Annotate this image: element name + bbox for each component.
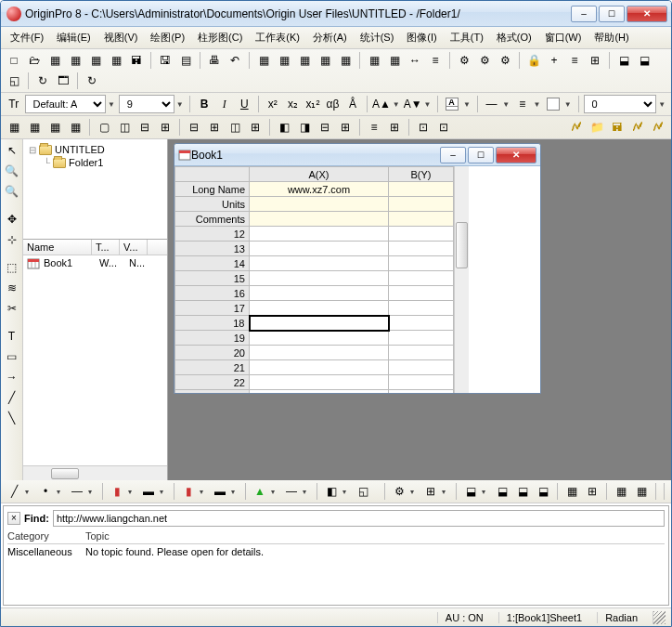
row-header[interactable]: Long Name (175, 182, 250, 197)
cell[interactable] (389, 271, 454, 286)
tool-button[interactable]: ✂ (3, 299, 21, 318)
layout-button[interactable]: ⊞ (246, 118, 265, 137)
layout-button[interactable]: ⊞ (156, 118, 174, 137)
dropdown-icon[interactable]: ▾ (342, 488, 352, 496)
tool-button[interactable]: ✥ (3, 210, 21, 229)
row-number[interactable]: 20 (175, 346, 250, 360)
font-select[interactable]: Default: A (25, 95, 106, 113)
dropdown-icon[interactable]: ▾ (57, 488, 66, 496)
plot-button[interactable]: ◧ (322, 482, 341, 501)
tool-button[interactable]: 🔍 (3, 162, 21, 180)
supsub-button[interactable]: x₁² (304, 95, 322, 113)
layout-button[interactable]: ◧ (275, 118, 293, 137)
plot-button[interactable]: • (36, 482, 55, 501)
plot-button[interactable]: ⬓ (534, 482, 552, 501)
dropdown-icon[interactable]: ▾ (88, 488, 97, 496)
toolbar-button[interactable]: ⬓ (635, 51, 653, 70)
dropdown-icon[interactable]: ▾ (303, 488, 312, 496)
row-number[interactable]: 18 (175, 316, 250, 331)
row-number[interactable]: 15 (175, 271, 250, 286)
plot-button[interactable]: ▮ (179, 482, 198, 501)
dropdown-icon[interactable]: ▾ (200, 488, 209, 496)
script-button[interactable]: 🗲 (567, 118, 586, 137)
layout-button[interactable]: ⊟ (316, 118, 334, 137)
greek-button[interactable]: αβ (324, 95, 342, 113)
tool-button[interactable]: ╱ (3, 388, 21, 407)
italic-button[interactable]: I (215, 95, 234, 113)
cell[interactable] (389, 375, 454, 390)
layout-button[interactable]: ≡ (365, 118, 383, 137)
row-number[interactable]: 22 (175, 375, 250, 390)
row-number[interactable]: 13 (175, 242, 250, 256)
find-close-button[interactable]: × (7, 512, 20, 525)
tool-button[interactable]: ≋ (3, 279, 21, 297)
plot-button[interactable]: ▦ (562, 482, 581, 501)
script-button[interactable]: 📁 (588, 118, 606, 137)
tree-root[interactable]: ⊟ UNTITLED (27, 143, 163, 156)
cell[interactable] (250, 346, 389, 360)
cell[interactable] (250, 227, 389, 242)
menu-item[interactable]: 格式(O) (491, 29, 537, 46)
menu-item[interactable]: 窗口(W) (539, 29, 588, 46)
superscript-button[interactable]: x² (264, 95, 282, 113)
toolbar-button[interactable]: ▦ (86, 51, 105, 70)
toolbar-button[interactable]: ◱ (5, 72, 23, 90)
menu-item[interactable]: 工作表(K) (250, 29, 305, 46)
cell[interactable] (389, 242, 454, 256)
plot-button[interactable]: — (282, 482, 301, 501)
book-close-button[interactable] (496, 147, 536, 163)
grid-scrollbar[interactable] (454, 166, 469, 393)
toolbar-button[interactable]: ⚙ (496, 51, 514, 70)
plot-button[interactable]: — (68, 482, 86, 501)
menu-item[interactable]: 统计(S) (355, 29, 400, 46)
book-minimize-button[interactable] (440, 147, 466, 163)
toolbar-button[interactable]: 🔒 (524, 51, 543, 70)
column-header[interactable]: A(X) (250, 167, 389, 182)
toolbar-button[interactable]: 🗔 (54, 72, 72, 90)
worksheet[interactable]: A(X)B(Y)Long Namewww.xz7.comUnitsComment… (174, 166, 540, 393)
plot-button[interactable]: ⚙ (390, 482, 408, 501)
tree-folder1[interactable]: └ Folder1 (42, 156, 163, 169)
layout-button[interactable]: ⊞ (385, 118, 404, 137)
toolbar-button[interactable]: ▦ (254, 51, 273, 70)
workbook-titlebar[interactable]: Book1 (174, 144, 540, 166)
dropdown-icon[interactable]: ▾ (271, 488, 280, 496)
cell[interactable] (389, 316, 454, 331)
cell[interactable] (389, 301, 454, 316)
toolbar-button[interactable]: + (545, 51, 563, 70)
dropdown-icon[interactable]: ▾ (25, 488, 34, 496)
maximize-button[interactable] (599, 6, 625, 22)
toolbar-button[interactable]: 🖶 (205, 51, 224, 70)
numeric-select[interactable]: 0 (584, 95, 657, 113)
tool-button[interactable]: 🔍 (3, 182, 21, 201)
data-grid[interactable]: A(X)B(Y)Long Namewww.xz7.comUnitsComment… (174, 166, 454, 393)
toolbar-button[interactable]: ▦ (365, 51, 383, 70)
list-body[interactable]: Book1 W... N... (23, 255, 167, 465)
toolbar-button[interactable]: ↔ (406, 51, 424, 70)
cell[interactable] (250, 271, 389, 286)
toolbar-button[interactable]: ▦ (45, 51, 64, 70)
cell[interactable] (389, 390, 454, 394)
layout-button[interactable]: ◫ (226, 118, 244, 137)
row-number[interactable]: 23 (175, 390, 250, 394)
menu-item[interactable]: 绘图(P) (145, 29, 190, 46)
toolbar-button[interactable]: ≡ (426, 51, 445, 70)
resize-grip-icon[interactable] (653, 611, 666, 624)
cell[interactable] (250, 256, 389, 271)
plot-button[interactable]: ⬓ (513, 482, 532, 501)
dropdown-icon[interactable]: ▾ (231, 488, 240, 496)
tool-button[interactable]: ╲ (3, 409, 21, 427)
cell[interactable] (389, 286, 454, 301)
subscript-button[interactable]: x₂ (284, 95, 303, 113)
find-result-row[interactable]: Miscellaneous No topic found. Please ope… (7, 544, 665, 559)
toolbar-button[interactable]: ⬓ (614, 51, 633, 70)
menu-item[interactable]: 工具(T) (445, 29, 489, 46)
plot-button[interactable]: ▬ (211, 482, 229, 501)
toolbar-button[interactable]: □ (5, 51, 23, 70)
tool-button[interactable]: ⊹ (3, 230, 21, 249)
layout-button[interactable]: ▦ (25, 118, 44, 137)
increase-font-button[interactable]: A▲ (372, 95, 391, 113)
list-header[interactable]: Name T... V... (23, 240, 167, 255)
row-number[interactable]: 17 (175, 301, 250, 316)
toolbar-button[interactable]: 🗁 (25, 51, 44, 70)
